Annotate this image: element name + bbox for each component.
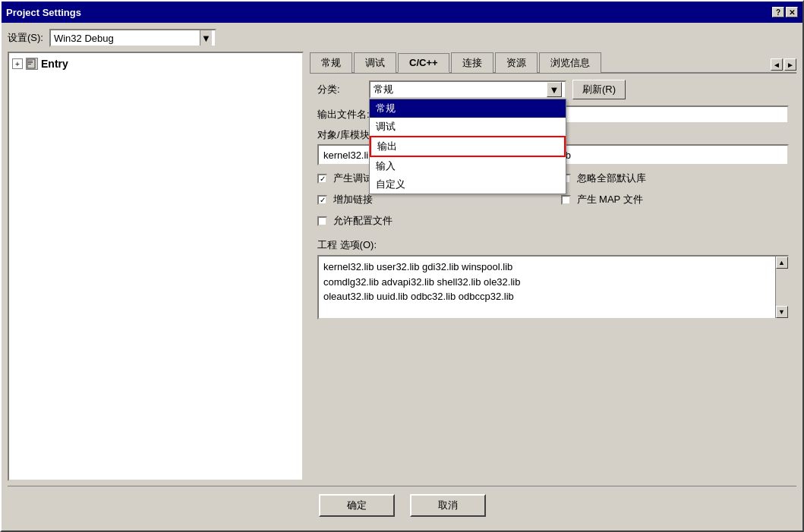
main-window: Project Settings ? ✕ 设置(S): Win32 Debug … (0, 0, 804, 532)
project-options-textarea[interactable]: kernel32.lib user32.lib gdi32.lib winspo… (317, 255, 789, 320)
tree-item-label: Entry (41, 58, 68, 70)
window-content: 设置(S): Win32 Debug ▼ + (2, 23, 802, 530)
title-bar-buttons: ? ✕ (772, 7, 798, 17)
dropdown-item-output[interactable]: 输出 (370, 136, 566, 157)
checkbox-row-2: 忽略全部默认库 (561, 172, 790, 185)
settings-label: 设置(S): (8, 31, 43, 45)
svg-rect-1 (28, 61, 33, 61)
checkbox-row-3: 增加链接 (317, 193, 546, 206)
tree-file-icon (26, 58, 38, 70)
category-dropdown-list: 常规 调试 输出 输入 (369, 99, 566, 194)
tab-prev-button[interactable]: ◄ (771, 58, 783, 71)
dropdown-item-debug[interactable]: 调试 (370, 118, 566, 136)
tab-general[interactable]: 常规 (310, 52, 352, 73)
checkbox-profile[interactable] (317, 216, 327, 226)
project-options-section: 工程 选项(O): kernel32.lib user32.lib gdi32.… (317, 238, 789, 320)
left-panel: + Entry (8, 52, 304, 481)
checkbox-profile-label: 允许配置文件 (333, 214, 393, 228)
divider (304, 52, 310, 481)
category-select-value: 常规 (374, 83, 547, 96)
category-select[interactable]: 常规 ▼ (369, 80, 566, 99)
tab-nav: ◄ ► (771, 58, 796, 72)
title-bar: Project Settings ? ✕ (2, 2, 802, 23)
right-panel: 常规 调试 C/C++ 连接 资源 浏览信息 (310, 52, 796, 481)
main-area: + Entry (8, 52, 796, 481)
tabs-row: 常规 调试 C/C++ 连接 资源 浏览信息 (310, 52, 796, 74)
project-options-scrollbar: ▲ ▼ (775, 257, 787, 318)
tab-content: 分类: 常规 ▼ 常规 (310, 74, 796, 481)
checkbox-map-file[interactable] (561, 195, 571, 205)
checkbox-incremental[interactable] (317, 195, 327, 205)
tab-link[interactable]: 连接 (451, 52, 493, 73)
project-options-line-2: comdlg32.lib advapi32.lib shell32.lib ol… (323, 275, 771, 290)
svg-rect-2 (28, 62, 33, 63)
tab-browse[interactable]: 浏览信息 (539, 52, 601, 73)
category-dropdown-container: 常规 ▼ 常规 调试 (369, 80, 566, 99)
tab-next-button[interactable]: ► (784, 58, 796, 71)
help-button[interactable]: ? (772, 7, 784, 17)
category-row: 分类: 常规 ▼ 常规 (317, 80, 789, 99)
checkbox-row-4: 产生 MAP 文件 (561, 193, 790, 206)
output-file-label: 输出文件名: (317, 108, 370, 121)
tree-expand-icon[interactable]: + (12, 58, 23, 69)
settings-combo-value: Win32 Debug (54, 33, 200, 44)
project-options-content: kernel32.lib user32.lib gdi32.lib winspo… (319, 257, 775, 318)
svg-rect-3 (28, 64, 31, 65)
window-title: Project Settings (6, 7, 81, 18)
checkbox-incremental-label: 增加链接 (333, 193, 373, 206)
category-dropdown-arrow[interactable]: ▼ (547, 82, 562, 97)
dropdown-item-general[interactable]: 常规 (370, 99, 566, 118)
project-options-line-1: kernel32.lib user32.lib gdi32.lib winspo… (323, 260, 771, 275)
scroll-up-button[interactable]: ▲ (776, 257, 788, 269)
settings-combo[interactable]: Win32 Debug ▼ (49, 29, 216, 47)
category-label: 分类: (317, 83, 363, 96)
tab-resource[interactable]: 资源 (495, 52, 538, 73)
ok-button[interactable]: 确定 (319, 494, 395, 517)
dropdown-item-input[interactable]: 输入 (370, 157, 566, 175)
scroll-track[interactable] (776, 269, 787, 306)
tab-cpp[interactable]: C/C++ (398, 53, 449, 73)
project-options-label: 工程 选项(O): (317, 238, 789, 252)
checkbox-row-5: 允许配置文件 (317, 214, 546, 228)
settings-combo-arrow[interactable]: ▼ (200, 30, 212, 46)
bottom-buttons: 确定 取消 (8, 486, 796, 524)
project-options-line-3: oleaut32.lib uuid.lib odbc32.lib odbccp3… (323, 289, 771, 304)
checkbox-map-file-label: 产生 MAP 文件 (577, 193, 643, 206)
checkbox-ignore-libs-label: 忽略全部默认库 (577, 172, 646, 185)
cancel-button[interactable]: 取消 (410, 494, 486, 517)
settings-row: 设置(S): Win32 Debug ▼ (8, 29, 796, 47)
scroll-down-button[interactable]: ▼ (776, 306, 788, 318)
tab-debug[interactable]: 调试 (354, 52, 396, 73)
close-button[interactable]: ✕ (786, 7, 798, 17)
checkbox-debug-info[interactable] (317, 174, 327, 184)
refresh-button[interactable]: 刷新(R) (572, 80, 626, 99)
dropdown-item-custom[interactable]: 自定义 (370, 175, 566, 194)
tree-item-entry[interactable]: + Entry (12, 56, 299, 71)
